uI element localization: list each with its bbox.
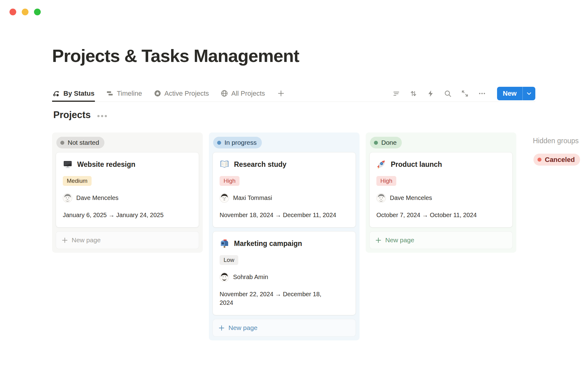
expand-icon[interactable] <box>461 90 469 98</box>
priority-badge: High <box>220 176 239 186</box>
sort-icon[interactable] <box>409 90 417 98</box>
tab-label: All Projects <box>231 90 265 98</box>
close-window-button[interactable] <box>9 9 16 15</box>
new-button-label[interactable]: New <box>497 87 522 100</box>
avatar <box>220 272 229 282</box>
status-pill-canceled[interactable]: Canceled <box>533 154 580 166</box>
assignee-row: Dave Menceles <box>376 193 506 203</box>
filter-icon[interactable] <box>392 90 400 98</box>
new-dropdown-button[interactable] <box>522 87 535 100</box>
date-range: November 18, 2024 → December 11, 2024 <box>220 211 349 219</box>
status-pill-in-progress[interactable]: In progress <box>213 137 262 148</box>
status-dot <box>537 158 541 162</box>
date-range: January 6, 2025 → January 24, 2025 <box>63 211 192 219</box>
open-book-emoji <box>220 159 229 169</box>
status-cycle-icon <box>53 90 60 97</box>
status-pill-done[interactable]: Done <box>370 137 402 148</box>
tab-timeline[interactable]: Timeline <box>105 85 142 102</box>
assignee-row: Sohrab Amin <box>220 272 349 282</box>
new-page-label: New page <box>228 324 258 332</box>
desktop-computer-emoji <box>63 159 73 169</box>
assignee-row: Maxi Tommasi <box>220 193 349 203</box>
ellipsis-icon[interactable] <box>97 113 107 117</box>
notion-window: Projects & Tasks Management By Status Ti… <box>0 0 588 368</box>
new-page-button[interactable]: New page <box>56 231 199 249</box>
status-pill-label: In progress <box>224 139 257 146</box>
priority-badge: Medium <box>63 176 92 186</box>
globe-icon <box>221 90 228 97</box>
new-button[interactable]: New <box>497 87 535 100</box>
status-pill-label: Not started <box>68 139 99 146</box>
tab-label: By Status <box>63 90 94 98</box>
page-content: Projects & Tasks Management By Status Ti… <box>52 0 535 368</box>
new-page-button[interactable]: New page <box>369 231 513 249</box>
avatar <box>63 193 72 203</box>
date-range: October 7, 2024 → October 11, 2024 <box>376 211 506 219</box>
avatar <box>376 193 386 203</box>
card-research-study[interactable]: Research study High Maxi Tommasi Novembe… <box>213 152 356 228</box>
tab-label: Active Projects <box>164 90 209 98</box>
window-controls <box>9 9 41 15</box>
date-range: November 22, 2024 → December 18, 2024 <box>220 290 329 307</box>
timeline-icon <box>106 90 114 97</box>
kanban-board: Not started Website redesign Medium <box>52 132 588 340</box>
view-tabs: By Status Timeline Active Projects <box>52 85 286 102</box>
priority-badge: High <box>376 176 396 186</box>
new-page-label: New page <box>385 236 414 244</box>
status-pill-not-started[interactable]: Not started <box>56 137 104 148</box>
status-pill-label: Done <box>381 139 397 146</box>
card-title-text: Research study <box>234 160 286 169</box>
status-dot <box>60 141 64 145</box>
database-title: Projects <box>53 109 91 121</box>
status-dot <box>217 141 221 145</box>
database-section-header: Projects <box>53 109 107 121</box>
plus-icon <box>218 325 225 331</box>
assignee-name: Dave Menceles <box>390 194 432 201</box>
plus-icon <box>62 237 68 243</box>
minimize-window-button[interactable] <box>22 9 28 15</box>
tab-active-projects[interactable]: Active Projects <box>153 85 210 102</box>
card-title-text: Marketing campaign <box>234 240 302 248</box>
add-view-button[interactable] <box>276 85 286 102</box>
rocket-emoji <box>376 159 386 169</box>
card-title-text: Website redesign <box>77 160 135 169</box>
card-product-launch[interactable]: Product launch High Dave Menceles Octobe… <box>369 152 513 228</box>
hidden-groups-section: Hidden groups Canceled <box>527 132 588 169</box>
assignee-name: Maxi Tommasi <box>233 194 272 201</box>
card-website-redesign[interactable]: Website redesign Medium Dave Menceles Ja… <box>56 152 199 228</box>
card-marketing-campaign[interactable]: Marketing campaign Low Sohrab Amin Novem… <box>213 231 356 315</box>
avatar <box>220 193 229 203</box>
assignee-name: Dave Menceles <box>76 194 119 201</box>
zoom-window-button[interactable] <box>34 9 41 15</box>
hidden-groups-label: Hidden groups <box>533 137 588 145</box>
plus-icon <box>277 90 285 97</box>
more-icon[interactable] <box>478 90 486 98</box>
page-title: Projects & Tasks Management <box>52 45 299 66</box>
priority-badge: Low <box>220 255 238 265</box>
card-title-text: Product launch <box>391 160 442 169</box>
search-icon[interactable] <box>444 90 452 98</box>
status-dot <box>374 141 378 145</box>
star-circle-icon <box>154 90 161 97</box>
tab-by-status[interactable]: By Status <box>52 85 95 102</box>
assignee-name: Sohrab Amin <box>233 274 268 281</box>
view-toolbar: New <box>392 87 535 100</box>
column-not-started: Not started Website redesign Medium <box>52 132 203 253</box>
column-in-progress: In progress Research study High <box>209 132 360 340</box>
tab-label: Timeline <box>117 90 142 98</box>
new-page-label: New page <box>72 236 101 244</box>
status-pill-label: Canceled <box>545 156 575 164</box>
chevron-down-icon <box>527 92 531 95</box>
tab-all-projects[interactable]: All Projects <box>220 85 266 102</box>
plus-icon <box>375 237 382 243</box>
view-tab-bar: By Status Timeline Active Projects <box>52 85 535 102</box>
assignee-row: Dave Menceles <box>63 193 192 203</box>
mailbox-emoji <box>220 239 229 248</box>
lightning-icon[interactable] <box>427 90 435 98</box>
new-page-button[interactable]: New page <box>213 319 356 337</box>
column-done: Done Product launch High Dave Me <box>366 132 516 253</box>
